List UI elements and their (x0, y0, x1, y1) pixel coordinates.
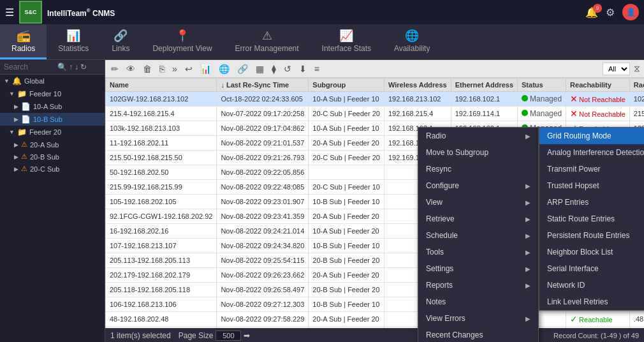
tab-deployment[interactable]: 📍 Deployment View (141, 24, 223, 59)
back-icon[interactable]: ↩ (183, 63, 194, 75)
sub-arp-entries[interactable]: ARP Entries (539, 194, 644, 211)
hamburger-menu[interactable]: ☰ (5, 6, 14, 19)
cell-sync: Nov-08-2022 09:26:23.662 (217, 268, 309, 283)
ctx-radio[interactable]: Radio▶ (418, 128, 538, 144)
cell-sync: Nov-08-2022 09:23:01.907 (217, 195, 309, 209)
user-avatar[interactable]: 👤 (622, 4, 639, 20)
search-input[interactable] (4, 63, 55, 71)
tab-statistics[interactable]: 📊 Statistics (47, 24, 100, 59)
sub-link-retries[interactable]: Link Level Retries (539, 294, 644, 310)
reset-icon[interactable]: ↺ (282, 63, 293, 75)
menu-icon[interactable]: ≡ (312, 63, 321, 75)
ctx-view-errors[interactable]: View Errors▶ (418, 310, 538, 327)
settings-icon[interactable]: ⚙ (606, 6, 615, 19)
cell-name: 16-192.168.202.16 (106, 224, 217, 239)
network-icon[interactable]: 🌐 (217, 63, 231, 75)
cell-sync: Nov-08-2022 09:23:41.359 (217, 209, 309, 224)
tab-links[interactable]: 🔗 Links (100, 24, 141, 59)
table-row[interactable]: 48-192.168.202.48 Nov-08-2022 09:27:58.2… (106, 312, 645, 327)
sidebar-item-10a[interactable]: ▶ 📄 10-A Sub (0, 100, 105, 113)
sub-persistent-route[interactable]: Persistent Route Entries (539, 227, 644, 244)
cell-radio-id: .48 (629, 312, 644, 327)
sub-serial-interface[interactable]: Serial Interface (539, 260, 644, 277)
warn-20a: ⚠ (21, 140, 27, 149)
sidebar-item-20b[interactable]: ▶ ⚠ 20-B Sub (0, 151, 105, 163)
col-name[interactable]: Name (106, 78, 217, 92)
sub-transmit-power[interactable]: Transmit Power (539, 161, 644, 177)
col-status[interactable]: Status (518, 78, 566, 92)
ctx-view[interactable]: View▶ (418, 194, 538, 211)
tab-interface-stats[interactable]: 📈 Interface Stats (311, 24, 383, 59)
cell-name: 215.50-192.168.215.50 (106, 151, 217, 165)
funnel-icon[interactable]: ⧫ (270, 63, 278, 75)
cell-name: 50-192.168.202.50 (106, 165, 217, 180)
sidebar-item-feeder10[interactable]: ▼ 📁 Feeder 10 (0, 87, 105, 100)
col-wireless[interactable]: Wireless Address (384, 78, 451, 92)
col-radio[interactable]: Radio ID (629, 78, 644, 92)
ctx-configure[interactable]: Configure▶ (418, 177, 538, 194)
tab-availability[interactable]: 🌐 Availability (383, 24, 441, 59)
ctx-reports[interactable]: Reports▶ (418, 277, 538, 294)
col-reach[interactable]: Reachability (566, 78, 630, 92)
search-icon[interactable]: 🔍 (57, 63, 67, 71)
links-icon: 🔗 (113, 29, 128, 43)
table-row[interactable]: 215.4-192.168.215.4 Nov-07-2022 09:17:20… (106, 107, 645, 121)
ctx-schedule[interactable]: Schedule▶ (418, 227, 538, 244)
next-page-icon[interactable]: ➡ (244, 331, 250, 340)
col-ethernet[interactable]: Ethernet Address (451, 78, 517, 92)
up-icon[interactable]: ↑ (69, 63, 73, 71)
sub-neighbor-block[interactable]: Neighbor Block List (539, 244, 644, 260)
sub-static-route[interactable]: Static Route Entries (539, 211, 644, 227)
sub-analog-interference[interactable]: Analog Interference Detection (539, 144, 644, 161)
down-icon[interactable]: ↓ (75, 63, 78, 71)
ctx-move-subgroup[interactable]: Move to Subgroup (418, 144, 538, 161)
sidebar-item-10b[interactable]: ▶ 📄 10-B Sub (0, 113, 105, 126)
arrow-icon[interactable]: » (170, 63, 179, 75)
edit-icon[interactable]: ✏ (109, 63, 121, 75)
sidebar-item-20a[interactable]: ▶ ⚠ 20-A Sub (0, 138, 105, 151)
ctx-recent-changes[interactable]: Recent Changes (418, 327, 538, 342)
page-size-label: Page Size (179, 331, 214, 340)
all-select[interactable]: All (603, 63, 630, 75)
feeder10-icon: 📁 (17, 89, 27, 98)
view-icon[interactable]: 👁 (124, 63, 137, 75)
sidebar-item-feeder20[interactable]: ▼ 📁 Feeder 20 (0, 126, 105, 138)
cell-sync: Nov-07-2022 09:17:20:258 (217, 107, 309, 121)
refresh-icon[interactable]: ↻ (80, 63, 87, 71)
cell-radio-id: 102GW (629, 92, 644, 107)
sub-grid-routing[interactable]: Grid Routing Mode (539, 128, 644, 144)
column-filter-icon[interactable]: ⧖ (634, 63, 640, 74)
sidebar-item-global[interactable]: ▼ 🔔 Global (0, 75, 105, 87)
download-icon[interactable]: ⬇ (297, 63, 309, 75)
sub-network-id[interactable]: Network ID (539, 277, 644, 294)
chart-icon[interactable]: 📊 (198, 63, 213, 75)
table-header-row: Name ↓ Last Re-Sync Time Subgroup Wirele… (106, 78, 645, 92)
nav-bar: 📻 Radios 📊 Statistics 🔗 Links 📍 Deployme… (0, 24, 644, 60)
link-icon[interactable]: 🔗 (235, 63, 250, 75)
cell-sync: Nov-08-2022 09:21:26.793 (217, 151, 309, 165)
table-row[interactable]: 102GW-192.168.213.102 Oct-18-2022 02:24:… (106, 92, 645, 107)
sidebar-item-20c[interactable]: ▶ ⚠ 20-C Sub (0, 163, 105, 175)
toolbar-right: All ⧖ (603, 63, 640, 75)
cell-subgroup (309, 165, 384, 180)
ctx-settings[interactable]: Settings▶ (418, 260, 538, 277)
col-subgroup[interactable]: Subgroup (309, 78, 384, 92)
ctx-resync[interactable]: Resync (418, 161, 538, 177)
cell-name: 102GW-192.168.213.102 (106, 92, 217, 107)
page-size-input[interactable] (216, 331, 241, 341)
sub-trusted-hopset[interactable]: Trusted Hopset (539, 177, 644, 194)
tab-radios[interactable]: 📻 Radios (0, 24, 47, 59)
ctx-tools[interactable]: Tools▶ (418, 244, 538, 260)
ctx-retrieve[interactable]: Retrieve▶ (418, 211, 538, 227)
ctx-notes[interactable]: Notes (418, 294, 538, 310)
expand-20a: ▶ (14, 142, 18, 148)
copy-icon[interactable]: ⎘ (157, 63, 166, 75)
cell-radio-id: 215.4 (629, 107, 644, 121)
feeder20-icon: 📁 (17, 128, 27, 137)
tab-deployment-label: Deployment View (152, 44, 212, 53)
filter2-icon[interactable]: ▦ (254, 63, 266, 75)
tab-error-mgmt[interactable]: ⚠ Error Management (224, 24, 311, 59)
notification-bell[interactable]: 🔔 9 (585, 6, 598, 19)
col-sync[interactable]: ↓ Last Re-Sync Time (217, 78, 309, 92)
delete-icon[interactable]: 🗑 (141, 63, 154, 75)
